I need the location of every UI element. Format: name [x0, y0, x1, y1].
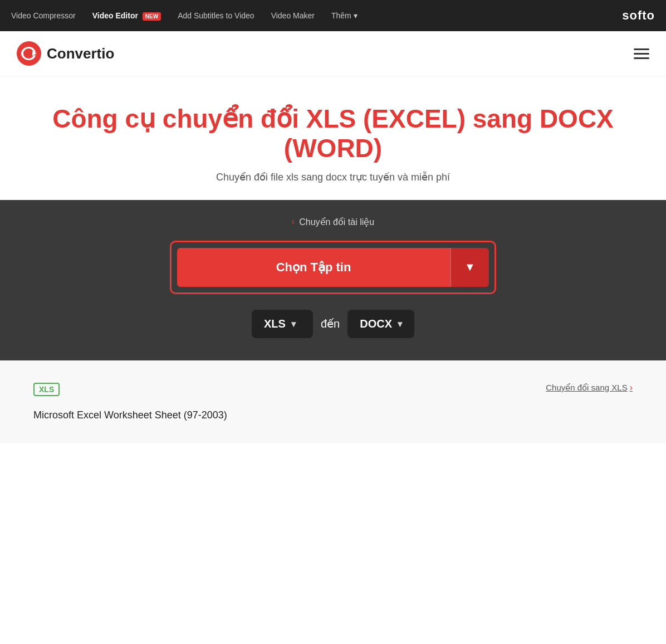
choose-file-button[interactable]: Chọn Tập tin	[177, 248, 450, 287]
format-to-label: đến	[321, 317, 340, 330]
convert-link-arrow-icon: ›	[630, 383, 633, 393]
info-header: XLS Chuyển đổi sang XLS ›	[33, 383, 633, 405]
file-picker-dropdown-button[interactable]: ▼	[450, 248, 489, 287]
page-title: Công cụ chuyển đổi XLS (EXCEL) sang DOCX…	[17, 104, 649, 163]
converter-area: ‹ Chuyển đổi tài liệu Chọn Tập tin ▼ XLS…	[0, 200, 666, 360]
to-format-arrow-icon: ▾	[398, 319, 402, 329]
page-subtitle: Chuyển đổi file xls sang docx trực tuyến…	[17, 171, 649, 183]
hero-section: Công cụ chuyển đổi XLS (EXCEL) sang DOCX…	[0, 76, 666, 200]
new-badge: NEW	[143, 12, 161, 21]
info-section: XLS Chuyển đổi sang XLS › Microsoft Exce…	[0, 360, 666, 443]
brand-name: Convertio	[47, 45, 114, 62]
to-format-label: DOCX	[360, 318, 392, 330]
info-title: Microsoft Excel Worksheet Sheet (97-2003…	[33, 409, 633, 421]
brand-row: Convertio	[0, 31, 666, 76]
softo-logo: softo	[622, 8, 655, 23]
file-picker-wrapper: Chọn Tập tin ▼	[0, 241, 666, 294]
convertio-logo-icon	[17, 41, 41, 66]
svg-point-0	[17, 41, 41, 66]
xls-badge: XLS	[33, 383, 60, 396]
file-picker-border: Chọn Tập tin ▼	[170, 241, 496, 294]
format-row: XLS ▾ đến DOCX ▾	[0, 310, 666, 338]
convert-link[interactable]: Chuyển đổi sang XLS ›	[546, 383, 633, 393]
breadcrumb-chevron-icon: ‹	[292, 217, 295, 227]
nav-them-dropdown[interactable]: Thêm ▾	[331, 11, 358, 20]
breadcrumb-bar: ‹ Chuyển đổi tài liệu	[0, 217, 666, 227]
from-format-button[interactable]: XLS ▾	[252, 310, 313, 338]
hamburger-menu[interactable]	[634, 48, 649, 59]
chevron-down-icon: ▾	[354, 11, 358, 20]
nav-video-compressor[interactable]: Video Compressor	[11, 11, 76, 20]
top-navigation: Video Compressor Video Editor NEW Add Su…	[0, 0, 666, 31]
from-format-arrow-icon: ▾	[291, 319, 296, 329]
nav-video-editor[interactable]: Video Editor NEW	[92, 11, 161, 20]
dropdown-arrow-icon: ▼	[464, 261, 476, 274]
nav-video-maker[interactable]: Video Maker	[271, 11, 315, 20]
nav-add-subtitles[interactable]: Add Subtitles to Video	[178, 11, 254, 20]
to-format-button[interactable]: DOCX ▾	[347, 310, 414, 338]
file-picker-button[interactable]: Chọn Tập tin ▼	[177, 248, 489, 287]
brand-logo[interactable]: Convertio	[17, 41, 114, 66]
from-format-label: XLS	[264, 318, 286, 330]
breadcrumb-label[interactable]: Chuyển đổi tài liệu	[299, 217, 374, 227]
